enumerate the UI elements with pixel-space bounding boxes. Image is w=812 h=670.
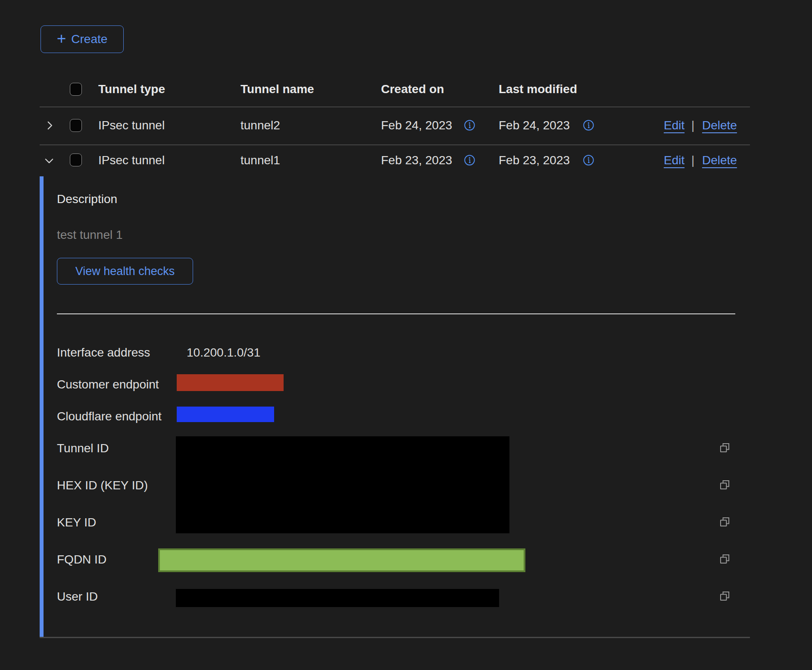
select-all-checkbox[interactable] [70, 83, 82, 96]
detail-divider [57, 313, 735, 314]
column-header-created-on: Created on [381, 82, 444, 97]
description-value: test tunnel 1 [57, 228, 123, 242]
customer-endpoint-redacted-value [177, 374, 284, 391]
copy-fqdn-id-icon[interactable] [719, 553, 731, 567]
action-separator: | [691, 118, 694, 133]
copy-user-id-icon[interactable] [719, 590, 731, 604]
created-on-cell: Feb 23, 2023 [381, 153, 452, 168]
expand-chevron-right-icon[interactable] [44, 120, 55, 131]
tunnels-page: + Create Tunnel type Tunnel name Created… [0, 0, 812, 670]
info-icon[interactable] [464, 119, 475, 133]
cloudflare-endpoint-label: Cloudflare endpoint [57, 409, 162, 424]
tunnel-id-label: Tunnel ID [57, 441, 109, 456]
info-icon[interactable] [464, 154, 475, 168]
column-header-tunnel-name: Tunnel name [240, 82, 314, 97]
tunnel-type-cell: IPsec tunnel [98, 153, 165, 168]
interface-address-label: Interface address [57, 345, 150, 360]
info-icon[interactable] [583, 119, 594, 133]
copy-key-id-icon[interactable] [719, 516, 731, 529]
create-button[interactable]: + Create [41, 25, 124, 53]
fqdn-id-redacted-value [158, 548, 525, 572]
created-on-cell: Feb 24, 2023 [381, 118, 452, 133]
cloudflare-endpoint-redacted-value [177, 407, 274, 422]
description-label: Description [57, 192, 117, 207]
hex-id-label: HEX ID (KEY ID) [57, 478, 148, 493]
tunnel-type-cell: IPsec tunnel [98, 118, 165, 133]
collapse-chevron-down-icon[interactable] [43, 155, 55, 166]
copy-tunnel-id-icon[interactable] [719, 442, 731, 455]
last-modified-cell: Feb 23, 2023 [499, 153, 570, 168]
column-header-tunnel-type: Tunnel type [98, 82, 165, 97]
row-divider [40, 144, 750, 145]
column-header-last-modified: Last modified [499, 82, 577, 97]
tunnel-name-cell: tunnel2 [240, 118, 280, 133]
edit-link-tunnel1[interactable]: Edit [664, 153, 684, 168]
interface-address-value: 10.200.1.0/31 [187, 345, 260, 360]
expanded-row-bottom-divider [40, 637, 750, 638]
user-id-redacted-value [176, 589, 499, 607]
view-health-checks-label: View health checks [75, 265, 175, 278]
user-id-label: User ID [57, 589, 98, 604]
create-button-label: Create [71, 32, 107, 46]
row-checkbox-tunnel2[interactable] [70, 119, 82, 132]
delete-link-tunnel2[interactable]: Delete [702, 118, 737, 133]
view-health-checks-button[interactable]: View health checks [57, 258, 193, 285]
plus-icon: + [57, 31, 66, 47]
fqdn-id-label: FQDN ID [57, 552, 106, 567]
edit-link-tunnel2[interactable]: Edit [664, 118, 684, 133]
expanded-row-accent-bar [40, 176, 44, 637]
action-separator: | [691, 153, 694, 168]
customer-endpoint-label: Customer endpoint [57, 377, 159, 392]
row-checkbox-tunnel1[interactable] [70, 153, 82, 166]
header-divider [40, 106, 750, 107]
delete-link-tunnel1[interactable]: Delete [702, 153, 737, 168]
tunnel-name-cell: tunnel1 [240, 153, 280, 168]
info-icon[interactable] [583, 154, 594, 168]
key-id-label: KEY ID [57, 515, 96, 530]
copy-hex-id-icon[interactable] [719, 479, 731, 492]
ids-redacted-value-block [176, 436, 509, 533]
last-modified-cell: Feb 24, 2023 [499, 118, 570, 133]
